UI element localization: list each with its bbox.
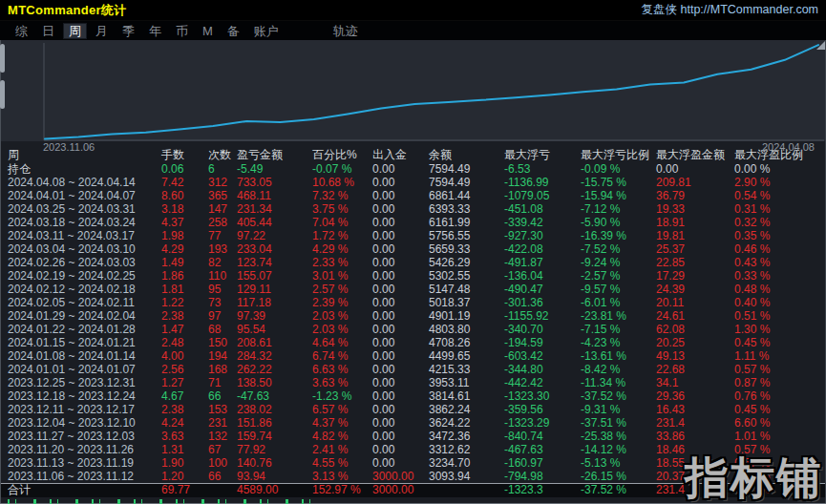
menu-item-季[interactable]: 季 [116, 23, 140, 39]
value-cell: 4.29 % [312, 242, 372, 256]
value-cell: 231 [208, 416, 237, 430]
menu-item-M[interactable]: M [197, 23, 219, 39]
value-cell: 95 [208, 283, 237, 296]
value-cell: -25.38 % [581, 430, 656, 443]
value-cell: 233.04 [237, 242, 312, 256]
value-cell: 0.00 % [734, 162, 826, 176]
value-cell: -344.80 [504, 363, 581, 376]
menu-item-备[interactable]: 备 [222, 23, 245, 39]
table-row[interactable]: 2024.01.22 ~ 2024.01.281.476895.542.03 %… [8, 323, 826, 336]
table-row[interactable]: 2024.01.29 ~ 2024.02.042.389797.392.03 %… [8, 309, 826, 323]
value-cell: -794.98 [504, 470, 581, 483]
table-row[interactable]: 2023.12.11 ~ 2023.12.172.38153238.026.57… [8, 403, 826, 416]
value-cell: 3624.22 [429, 416, 504, 430]
table-row[interactable]: 2023.12.25 ~ 2023.12.311.2771138.503.63 … [8, 376, 826, 389]
menu-item-综[interactable]: 综 [10, 23, 33, 39]
menu-item-币[interactable]: 币 [170, 23, 194, 39]
value-cell: 0.00 [372, 349, 429, 363]
scroll-corner-arrow[interactable] [816, 41, 825, 50]
value-cell: 2.38 [161, 403, 208, 416]
table-row[interactable]: 2024.03.18 ~ 2024.03.244.37258405.447.04… [8, 216, 826, 229]
value-cell: 3234.70 [429, 456, 504, 470]
value-cell: -7.12 % [581, 202, 656, 216]
column-header: 百分比% [312, 147, 372, 162]
menu-item-日[interactable]: 日 [36, 23, 60, 39]
value-cell: -491.87 [504, 256, 581, 269]
table-row[interactable]: 2024.02.26 ~ 2024.03.031.4982123.742.33 … [8, 256, 826, 269]
menu-item-账户[interactable]: 账户 [248, 23, 285, 39]
value-cell: -4.23 % [581, 336, 656, 349]
value-cell: 4499.65 [429, 349, 504, 363]
value-cell: -9.31 % [581, 403, 656, 416]
value-cell: 155.07 [237, 269, 312, 283]
value-cell: 3093.94 [429, 470, 504, 483]
table-row[interactable]: 2024.03.04 ~ 2024.03.104.29193233.044.29… [8, 242, 826, 256]
table-row[interactable]: 2024.03.11 ~ 2024.03.171.987797.221.72 %… [8, 229, 826, 242]
value-cell: 0.00 [372, 430, 429, 443]
value-cell: 10.68 % [312, 176, 372, 189]
value-cell: 208.61 [237, 336, 312, 349]
total-value-cell [429, 484, 504, 497]
value-cell: 22.68 [656, 363, 734, 376]
table-row[interactable]: 2024.04.08 ~ 2024.04.147.42312733.0510.6… [8, 176, 826, 189]
column-header: 最大浮亏比例 [581, 147, 656, 162]
table-row[interactable]: 2023.12.18 ~ 2023.12.244.6766-47.63-1.23… [8, 389, 826, 403]
value-cell: 168 [208, 363, 237, 376]
table-row[interactable]: 2024.01.15 ~ 2024.01.212.48150208.614.64… [8, 336, 826, 349]
table-row[interactable]: 2024.03.25 ~ 2024.03.313.18147231.343.75… [8, 202, 826, 216]
value-cell: 4.00 [161, 349, 208, 363]
left-scrollbar-handle-top[interactable] [0, 44, 5, 73]
value-cell: 231.4 [656, 416, 734, 430]
table-row[interactable]: 2023.12.04 ~ 2023.12.104.24231151.864.37… [8, 416, 826, 430]
value-cell: 7.32 % [312, 189, 372, 202]
value-cell: -6.01 % [581, 296, 656, 309]
value-cell: -16.39 % [581, 229, 656, 242]
menu-item-轨迹[interactable]: 轨迹 [328, 23, 364, 39]
table-row[interactable]: 2024.02.05 ~ 2024.02.111.2273117.182.39 … [8, 296, 826, 309]
week-label: 2023.11.27 ~ 2023.12.03 [8, 430, 161, 443]
value-cell: -11.34 % [581, 376, 656, 389]
brand-link[interactable]: 复盘侠 http://MTCommander.com [642, 2, 818, 18]
value-cell: 1.72 % [312, 229, 372, 242]
value-cell: 6861.44 [429, 189, 504, 202]
value-cell: 66 [208, 470, 237, 483]
holding-row[interactable]: 持仓0.066-5.49-0.07 %0.007594.49-6.53-0.09… [8, 162, 826, 176]
table-row[interactable]: 2024.01.01 ~ 2024.01.072.56168262.226.63… [8, 363, 826, 376]
chart-start-date: 2023.11.06 [43, 141, 95, 153]
value-cell: 312 [208, 176, 237, 189]
value-cell: 0.00 [372, 456, 429, 470]
value-cell: 66 [208, 389, 237, 403]
value-cell: 117.18 [237, 296, 312, 309]
value-cell: 0.00 [372, 176, 429, 189]
value-cell: 405.44 [237, 216, 312, 229]
value-cell: -1136.99 [504, 176, 581, 189]
menu-item-周[interactable]: 周 [63, 23, 87, 39]
value-cell: 209.81 [656, 176, 734, 189]
value-cell: 62.08 [656, 323, 734, 336]
value-cell: 4.67 [161, 389, 208, 403]
value-cell: 262.22 [237, 363, 312, 376]
value-cell: 159.74 [237, 430, 312, 443]
value-cell: 2.33 % [312, 256, 372, 269]
value-cell: 6.63 % [312, 363, 372, 376]
table-row[interactable]: 2024.01.08 ~ 2024.01.144.00194284.326.74… [8, 349, 826, 363]
value-cell: 0.00 [372, 323, 429, 336]
value-cell: 0.46 % [734, 242, 826, 256]
value-cell: 17.29 [656, 269, 734, 283]
menu-item-月[interactable]: 月 [90, 23, 114, 39]
menu-item-年[interactable]: 年 [143, 23, 167, 39]
week-label: 2024.03.18 ~ 2024.03.24 [8, 216, 161, 229]
value-cell: 33.86 [656, 430, 734, 443]
table-row[interactable]: 2023.11.27 ~ 2023.12.033.63132159.744.82… [8, 430, 826, 443]
table-row[interactable]: 2024.02.12 ~ 2024.02.181.8195129.112.57 … [8, 283, 826, 296]
value-cell: 153 [208, 403, 237, 416]
value-cell: -490.47 [504, 283, 581, 296]
left-scrollbar-handle-bottom[interactable] [0, 80, 5, 109]
value-cell: -1323.30 [504, 389, 581, 403]
value-cell: 25.37 [656, 242, 734, 256]
equity-chart [1, 40, 825, 141]
value-cell: 6.60 % [734, 416, 826, 430]
table-row[interactable]: 2024.04.01 ~ 2024.04.078.60365468.117.32… [8, 189, 826, 202]
table-row[interactable]: 2024.02.19 ~ 2024.02.251.86110155.073.01… [8, 269, 826, 283]
value-cell: -15.75 % [581, 176, 656, 189]
